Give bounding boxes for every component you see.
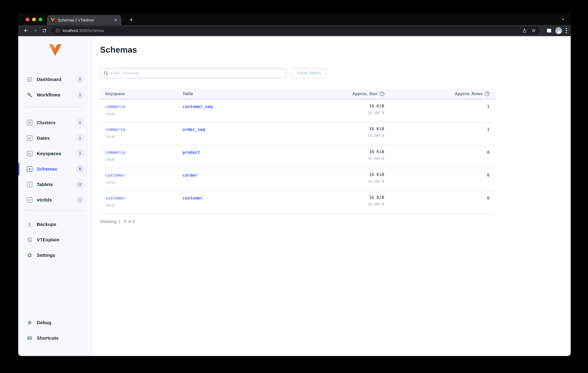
forward-button[interactable] [31, 27, 39, 35]
new-tab-button[interactable]: + [127, 15, 136, 24]
clear-filters-button[interactable]: Clear filters [291, 68, 327, 78]
reload-button[interactable] [41, 27, 49, 35]
keyspace-link[interactable]: commerce [105, 127, 125, 132]
size-bytes: 16,384 B [292, 134, 384, 138]
tab-close-icon[interactable]: ✕ [113, 17, 118, 23]
share-icon[interactable] [522, 28, 527, 33]
table-row: commerce local customer_seq 16 KiB 16,38… [100, 99, 496, 122]
size-bytes: 16,384 B [292, 202, 384, 206]
keyspace-link[interactable]: commerce [105, 150, 125, 155]
keyspace-cell: commerce local [105, 104, 182, 122]
keyspace-cell: customer local [105, 195, 182, 214]
table-link[interactable]: corder [182, 173, 198, 177]
keyspace-link[interactable]: commerce [105, 104, 125, 109]
rows-cell: 1 [384, 104, 490, 122]
browser-tab[interactable]: Schemas | VTAdmin ✕ [47, 15, 121, 25]
sidebar-item-badge: 0 [76, 75, 84, 83]
sidebar-item-schemas[interactable]: S Schemas 5 [18, 163, 92, 175]
sidebar-item-label: Dashboard [37, 77, 61, 82]
table-header-row: Keyspace Table Approx. Size? Approx. Row… [100, 89, 496, 99]
size-cell: 16 KiB 16,384 B [292, 172, 384, 191]
sidebar-item-workflows[interactable]: Workflows 1 [18, 89, 92, 101]
settings-icon [27, 252, 32, 258]
rows-cell: 0 [384, 195, 490, 214]
sidebar-item-settings[interactable]: Settings [18, 249, 92, 262]
shard-label: local [105, 135, 182, 138]
help-icon[interactable]: ? [379, 91, 384, 96]
size-value: 16 KiB [292, 126, 384, 131]
back-button[interactable] [22, 27, 30, 35]
minimize-window-button[interactable] [32, 18, 36, 21]
tablets-icon: T [27, 182, 32, 187]
table-link[interactable]: customer_seq [182, 104, 213, 109]
profile-avatar[interactable] [555, 27, 562, 34]
sidebar-item-label: Clusters [37, 120, 56, 125]
sidebar-item-vtctlds[interactable]: V vtctlds 1 [18, 194, 92, 206]
dashboard-icon [27, 77, 32, 82]
sidebar-item-badge: 12 [75, 180, 84, 188]
shard-label: local [105, 180, 182, 184]
keyspace-cell: commerce local [105, 126, 182, 145]
browser-menu-icon[interactable] [566, 28, 567, 33]
col-header-approx-rows: Approx. Rows? [384, 91, 490, 96]
sidebar-item-shortcuts[interactable]: Shortcuts [18, 332, 92, 344]
rows-cell: 0 [384, 149, 490, 168]
rows-cell: 0 [384, 172, 490, 191]
backups-icon [27, 221, 32, 227]
keyspace-link[interactable]: customer [105, 196, 125, 200]
clusters-icon: R [27, 120, 32, 125]
sidebar-item-gates[interactable]: G Gates 1 [18, 132, 92, 144]
sidebar-item-label: vtctlds [37, 197, 52, 203]
table-link[interactable]: product [182, 150, 200, 155]
keyspace-cell: customer local [105, 172, 182, 191]
table-cell: order_seq [182, 126, 292, 145]
browser-window: Schemas | VTAdmin ✕ + local [18, 14, 571, 356]
col-header-table: Table [182, 91, 292, 96]
sidebar-item-label: Debug [37, 320, 51, 325]
browser-toolbar: localhost:3000/schemas [18, 25, 571, 36]
desktop-background: Schemas | VTAdmin ✕ + local [0, 0, 588, 373]
page-content: Dashboard 0 Workflows 1 R Clusters [18, 36, 571, 356]
browser-titlebar: Schemas | VTAdmin ✕ + [18, 14, 571, 25]
keyspace-link[interactable]: customer [105, 173, 125, 177]
tab-title: Schemas | VTAdmin [58, 18, 113, 22]
sidebar-item-vtexplain[interactable]: VTExplain [18, 234, 92, 246]
table-link[interactable]: order_seq [182, 127, 205, 132]
zoom-window-button[interactable] [39, 18, 42, 21]
sidebar-item-badge: 1 [76, 196, 84, 204]
tab-search-chevron-icon[interactable] [561, 17, 565, 21]
size-cell: 16 KiB 16,384 B [292, 149, 384, 168]
sidebar-item-keyspaces[interactable]: K Keyspaces 3 [18, 147, 92, 160]
filter-schemas-input[interactable] [100, 68, 286, 78]
sidebar-item-dashboard[interactable]: Dashboard 0 [18, 73, 92, 86]
size-cell: 16 KiB 16,384 B [292, 104, 384, 122]
side-panel-icon[interactable] [547, 28, 552, 33]
shard-label: local [105, 203, 182, 207]
table-row: customer local corder 16 KiB 16,384 B 0 [100, 168, 496, 191]
sidebar-item-backups[interactable]: Backups [18, 218, 92, 230]
table-link[interactable]: customer [182, 196, 203, 200]
sidebar-item-label: Settings [37, 253, 55, 258]
size-bytes: 16,384 B [292, 179, 384, 183]
close-window-button[interactable] [26, 18, 29, 21]
help-icon[interactable]: ? [485, 91, 490, 96]
site-info-icon[interactable] [55, 28, 60, 33]
url-bar[interactable]: localhost:3000/schemas [52, 26, 540, 35]
size-value: 16 KiB [292, 104, 384, 108]
shortcuts-icon [27, 335, 32, 341]
sidebar-item-debug[interactable]: Debug [18, 317, 92, 329]
sidebar: Dashboard 0 Workflows 1 R Clusters [18, 36, 92, 356]
window-controls [26, 18, 42, 21]
keyspace-cell: commerce local [105, 149, 182, 168]
sidebar-divider [25, 210, 83, 211]
sidebar-item-badge: 5 [76, 165, 84, 173]
size-cell: 16 KiB 16,384 B [292, 126, 384, 145]
sidebar-item-clusters[interactable]: R Clusters 1 [18, 117, 92, 129]
bookmark-star-icon[interactable] [531, 28, 536, 33]
sidebar-footer: Debug Shortcuts [18, 317, 92, 356]
rows-value: 1 [487, 104, 490, 109]
url-path: :3000/schemas [78, 28, 104, 33]
sidebar-item-badge: 1 [76, 119, 84, 127]
schemas-table: Keyspace Table Approx. Size? Approx. Row… [100, 89, 496, 214]
sidebar-item-tablets[interactable]: T Tablets 12 [18, 178, 92, 191]
